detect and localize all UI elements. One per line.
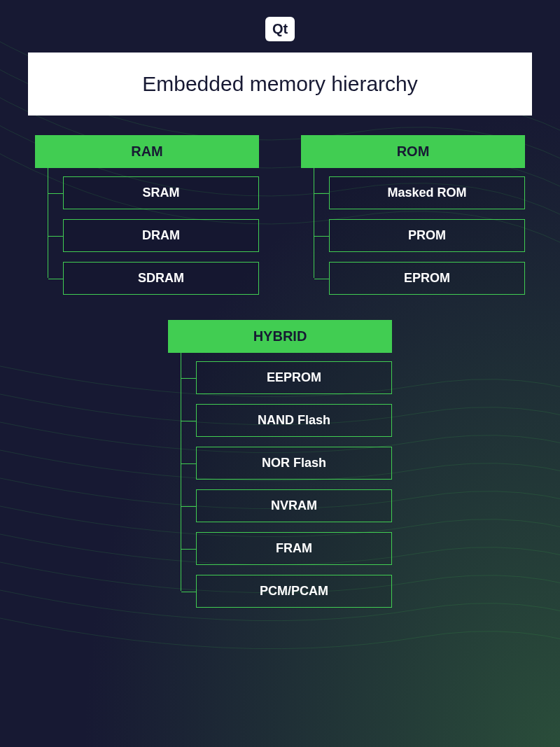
top-row: RAM SRAM DRAM SDRAM ROM Masked ROM PROM … [28, 135, 532, 295]
child-eeprom: EEPROM [196, 361, 392, 394]
category-ram: RAM SRAM DRAM SDRAM [35, 135, 259, 295]
children-ram: SRAM DRAM SDRAM [35, 168, 259, 295]
category-header-ram: RAM [35, 135, 259, 168]
child-masked-rom: Masked ROM [329, 176, 525, 209]
logo-container: Qt [28, 17, 532, 41]
child-prom: PROM [329, 219, 525, 252]
category-hybrid: HYBRID EEPROM NAND Flash NOR Flash NVRAM… [168, 320, 392, 608]
child-nvram: NVRAM [196, 489, 392, 522]
diagram-content: Qt Embedded memory hierarchy RAM SRAM DR… [0, 0, 560, 624]
child-pcm-pcam: PCM/PCAM [196, 575, 392, 608]
children-rom: Masked ROM PROM EPROM [301, 168, 525, 295]
qt-logo: Qt [265, 17, 295, 41]
child-nand-flash: NAND Flash [196, 404, 392, 437]
diagram-title: Embedded memory hierarchy [42, 72, 518, 96]
child-sram: SRAM [63, 176, 259, 209]
child-dram: DRAM [63, 219, 259, 252]
category-rom: ROM Masked ROM PROM EPROM [301, 135, 525, 295]
child-fram: FRAM [196, 532, 392, 565]
child-eprom: EPROM [329, 262, 525, 295]
children-hybrid: EEPROM NAND Flash NOR Flash NVRAM FRAM P… [168, 353, 392, 608]
title-box: Embedded memory hierarchy [28, 53, 532, 116]
logo-text: Qt [272, 21, 288, 37]
category-header-rom: ROM [301, 135, 525, 168]
child-sdram: SDRAM [63, 262, 259, 295]
child-nor-flash: NOR Flash [196, 447, 392, 480]
category-header-hybrid: HYBRID [168, 320, 392, 353]
